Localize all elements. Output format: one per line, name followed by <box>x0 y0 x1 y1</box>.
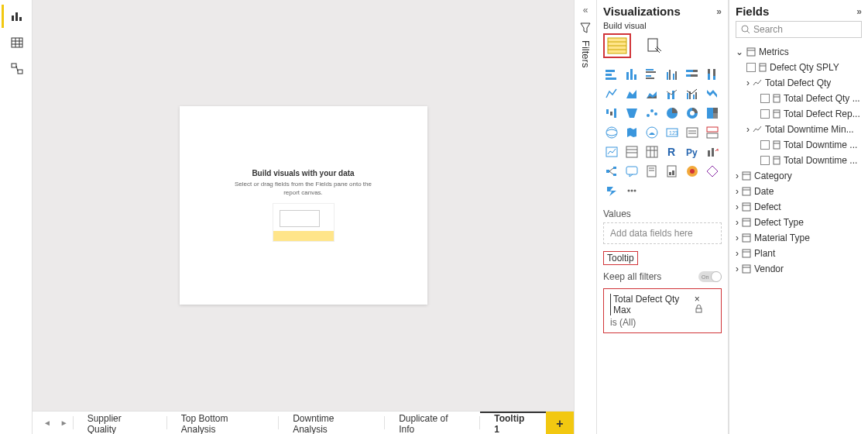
collapse-fields-button[interactable]: » <box>856 6 862 17</box>
trendline-icon <box>753 126 762 133</box>
kpi-icon[interactable] <box>603 143 620 160</box>
arcgis-map-icon[interactable] <box>684 163 701 180</box>
hundred-stacked-column-icon[interactable] <box>704 66 721 83</box>
tab-downtime-analysis[interactable]: Downtime Analysis <box>279 412 384 434</box>
table-date[interactable]: ›Date <box>736 184 862 199</box>
clustered-column-chart-icon[interactable] <box>664 66 681 83</box>
tooltip-field-well[interactable]: Total Defect Qty Max × is (All) <box>603 288 722 333</box>
scatter-chart-icon[interactable] <box>643 105 660 122</box>
add-page-button[interactable]: + <box>546 412 574 434</box>
multi-row-card-icon[interactable] <box>704 124 721 141</box>
calculator-icon <box>773 140 781 150</box>
table-visual-icon[interactable] <box>643 143 660 160</box>
table-defect-type[interactable]: ›Defect Type <box>736 215 862 230</box>
field-total-defect-qty-child1[interactable]: Total Defect Qty ... <box>736 91 862 106</box>
svg-rect-91 <box>669 172 671 175</box>
svg-marker-50 <box>626 108 637 118</box>
clustered-bar-chart-icon[interactable] <box>643 66 660 83</box>
python-visual-icon[interactable]: Py <box>684 143 701 160</box>
field-total-defect-qty-child2[interactable]: Total Defect Rep... <box>736 106 862 122</box>
fields-search-input[interactable]: Search <box>736 21 862 38</box>
smart-narrative-icon[interactable] <box>643 163 660 180</box>
tab-supplier-quality[interactable]: Supplier Quality <box>74 412 166 434</box>
lock-icon <box>695 305 703 313</box>
values-field-well[interactable]: Add data fields here <box>603 222 722 244</box>
gauge-icon[interactable]: 123 <box>664 124 681 141</box>
fields-title: Fields <box>736 5 769 18</box>
calculator-icon <box>773 94 781 103</box>
svg-rect-118 <box>743 203 750 211</box>
key-influencers-icon[interactable] <box>704 143 721 160</box>
waterfall-chart-icon[interactable] <box>603 105 620 122</box>
canvas-inner: Build visuals with your data Select or d… <box>33 0 574 411</box>
collapse-visualizations-button[interactable]: » <box>716 6 722 17</box>
keep-all-filters-toggle[interactable]: On <box>698 271 722 282</box>
map-icon[interactable] <box>603 124 620 141</box>
svg-rect-0 <box>12 16 14 21</box>
svg-point-96 <box>628 190 630 192</box>
get-more-visuals-icon[interactable] <box>623 182 640 199</box>
power-automate-icon[interactable] <box>603 182 620 199</box>
table-vendor[interactable]: ›Vendor <box>736 261 862 277</box>
svg-rect-86 <box>626 167 637 174</box>
stacked-column-chart-icon[interactable] <box>623 66 640 83</box>
svg-rect-58 <box>713 108 718 113</box>
svg-rect-87 <box>647 166 656 177</box>
stacked-area-chart-icon[interactable] <box>643 85 660 102</box>
paginated-report-icon[interactable] <box>664 163 681 180</box>
field-total-defect-qty[interactable]: › Total Defect Qty <box>736 75 862 91</box>
checkbox[interactable] <box>760 94 770 103</box>
report-page-surface[interactable]: Build visuals with your data Select or d… <box>180 106 427 305</box>
field-total-downtime-child1[interactable]: Total Downtime ... <box>736 137 862 153</box>
filled-map-icon[interactable] <box>623 124 640 141</box>
tab-next-button[interactable]: ► <box>56 412 73 434</box>
build-visual-button[interactable] <box>603 33 631 58</box>
treemap-icon[interactable] <box>704 105 721 122</box>
funnel-chart-icon[interactable] <box>623 105 640 122</box>
checkbox[interactable] <box>760 109 770 119</box>
r-visual-icon[interactable]: R <box>664 143 681 160</box>
svg-rect-47 <box>606 109 609 114</box>
data-view-button[interactable] <box>2 31 31 54</box>
pie-chart-icon[interactable] <box>664 105 681 122</box>
bar-chart-icon <box>10 9 24 23</box>
tab-tooltip-1[interactable]: Tooltip 1 <box>480 412 546 434</box>
table-category[interactable]: ›Category <box>736 168 862 184</box>
fields-tree: ⌄ Metrics Defect Qty SPLY › Total Defect… <box>736 44 862 277</box>
format-visual-button[interactable] <box>640 33 668 58</box>
field-total-downtime-child2[interactable]: Total Downtime ... <box>736 153 862 168</box>
decomposition-tree-icon[interactable] <box>603 163 620 180</box>
power-apps-icon[interactable] <box>704 163 721 180</box>
field-defect-qty-sply[interactable]: Defect Qty SPLY <box>736 60 862 75</box>
line-chart-icon[interactable] <box>603 85 620 102</box>
tab-prev-button[interactable]: ◄ <box>39 412 56 434</box>
checkbox[interactable] <box>760 140 770 150</box>
stacked-bar-chart-icon[interactable] <box>603 66 620 83</box>
checkbox[interactable] <box>746 63 756 72</box>
model-view-button[interactable] <box>2 57 31 81</box>
card-icon[interactable] <box>684 124 701 141</box>
hundred-stacked-bar-icon[interactable] <box>684 66 701 83</box>
donut-chart-icon[interactable] <box>684 105 701 122</box>
slicer-icon[interactable] <box>623 143 640 160</box>
azure-map-icon[interactable] <box>643 124 660 141</box>
line-clustered-column-icon[interactable] <box>684 85 701 102</box>
checkbox[interactable] <box>760 156 770 165</box>
line-stacked-column-icon[interactable] <box>664 85 681 102</box>
area-chart-icon[interactable] <box>623 85 640 102</box>
table-icon <box>742 264 751 274</box>
table-metrics[interactable]: ⌄ Metrics <box>736 44 862 60</box>
svg-rect-1 <box>15 12 18 21</box>
expand-filters-button[interactable]: « <box>583 5 588 16</box>
table-material-type[interactable]: ›Material Type <box>736 230 862 246</box>
field-total-downtime-min[interactable]: › Total Downtime Min... <box>736 122 862 137</box>
report-view-button[interactable] <box>2 5 31 28</box>
qa-visual-icon[interactable] <box>623 163 640 180</box>
tab-duplicate-of-info[interactable]: Duplicate of Info <box>385 412 479 434</box>
svg-rect-83 <box>613 174 616 176</box>
table-plant[interactable]: ›Plant <box>736 246 862 261</box>
ribbon-chart-icon[interactable] <box>704 85 721 102</box>
remove-field-icon[interactable]: × <box>695 294 700 305</box>
table-defect[interactable]: ›Defect <box>736 199 862 215</box>
tab-top-bottom-analysis[interactable]: Top Bottom Analysis <box>167 412 278 434</box>
